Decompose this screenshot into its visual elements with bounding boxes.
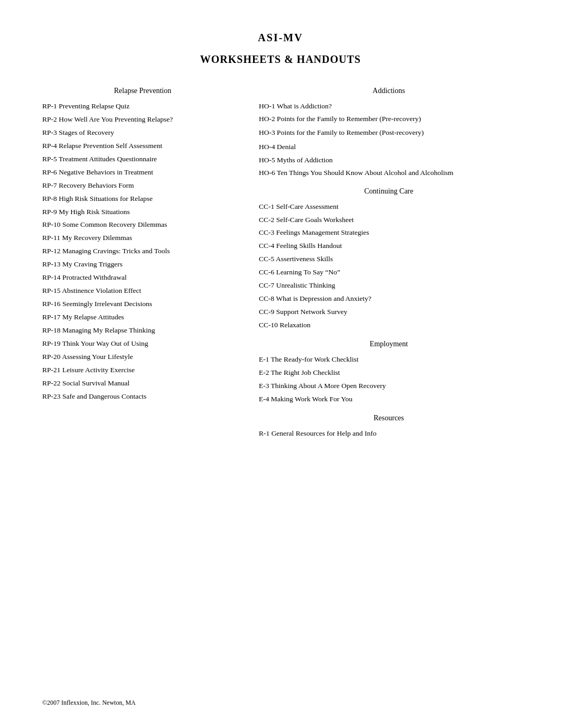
content-columns: Relapse Prevention RP-1 Preventing Relap… [42,87,519,444]
right-list-item: CC-8 What is Depression and Anxiety? [259,293,519,305]
right-list-item: HO-5 Myths of Addiction [259,154,519,167]
section-heading-1: Continuing Care [259,187,519,196]
list-item: RP-3 Stages of Recovery [42,127,243,139]
section-heading-2: Employment [259,340,519,348]
list-item: RP-2 How Well Are You Preventing Relapse… [42,114,243,126]
right-list-item: E-3 Thinking About A More Open Recovery [259,380,519,392]
right-list-item: HO-1 What is Addiction? [259,100,519,113]
right-list-item: CC-4 Feeling Skills Handout [259,240,519,252]
right-list-item: HO-6 Ten Things You Should Know About Al… [259,168,519,178]
right-list-item: HO-4 Denial [259,141,519,153]
list-item: RP-23 Safe and Dangerous Contacts [42,391,243,403]
list-item: RP-18 Managing My Relapse Thinking [42,325,243,337]
list-item: RP-20 Assessing Your Lifestyle [42,351,243,363]
footer: ©2007 Inflexxion, Inc. Newton, MA [42,699,136,707]
right-section-2: EmploymentE-1 The Ready-for Work Checkli… [259,340,519,406]
right-list-item: CC-1 Self-Care Assessment [259,201,519,213]
right-list-item: CC-3 Feelings Management Strategies [259,227,519,239]
list-item: RP-5 Treatment Attitudes Questionnaire [42,153,243,165]
right-list-item: CC-6 Learning To Say “No” [259,266,519,279]
section-heading-3: Resources [259,414,519,422]
right-list-item: CC-5 Assertiveness Skills [259,253,519,265]
list-item: RP-22 Social Survival Manual [42,377,243,390]
right-list-item: E-1 The Ready-for Work Checklist [259,354,519,366]
right-section-1: Continuing CareCC-1 Self-Care Assessment… [259,187,519,331]
right-sections: AddictionsHO-1 What is Addiction?HO-2 Po… [259,87,519,440]
right-list-item: E-2 The Right Job Checklist [259,367,519,379]
left-section-heading: Relapse Prevention [42,87,243,95]
right-section-0: AddictionsHO-1 What is Addiction?HO-2 Po… [259,87,519,179]
right-section-3: ResourcesR-1 General Resources for Help … [259,414,519,440]
list-item: RP-1 Preventing Relapse Quiz [42,100,243,113]
list-item: RP-14 Protracted Withdrawal [42,272,243,284]
list-item: RP-19 Think Your Way Out of Using [42,338,243,350]
list-item: RP-9 My High Risk Situations [42,206,243,218]
list-item: RP-11 My Recovery Dilemmas [42,232,243,244]
list-item: RP-7 Recovery Behaviors Form [42,180,243,192]
right-list-item: CC-10 Relaxation [259,319,519,331]
list-item: RP-12 Managing Cravings: Tricks and Tool… [42,245,243,257]
left-column: Relapse Prevention RP-1 Preventing Relap… [42,87,243,404]
list-item: RP-13 My Craving Triggers [42,259,243,271]
page: ASI-MV WORKSHEETS & HANDOUTS Relapse Pre… [0,0,561,728]
main-title: ASI-MV [42,32,519,44]
right-list-item: CC-9 Support Network Survey [259,306,519,318]
list-item: RP-10 Some Common Recovery Dilemmas [42,219,243,231]
right-list-item: HO-2 Points for the Family to Remember (… [259,114,519,124]
list-item: RP-17 My Relapse Attitudes [42,311,243,324]
list-item: RP-6 Negative Behaviors in Treatment [42,167,243,179]
right-list-item: CC-7 Unrealistic Thinking [259,280,519,292]
right-list-item: CC-2 Self-Care Goals Worksheet [259,214,519,226]
list-item: RP-8 High Risk Situations for Relapse [42,193,243,205]
right-column: AddictionsHO-1 What is Addiction?HO-2 Po… [259,87,519,444]
list-item: RP-16 Seemingly Irrelevant Decisions [42,298,243,310]
section-heading-0: Addictions [259,87,519,95]
list-item: RP-15 Abstinence Violation Effect [42,285,243,297]
right-list-item: R-1 General Resources for Help and Info [259,428,519,440]
list-item: RP-4 Relapse Prevention Self Assessment [42,140,243,152]
right-list-item: HO-3 Points for the Family to Remember (… [259,127,519,138]
sub-title: WORKSHEETS & HANDOUTS [42,53,519,66]
left-items-list: RP-1 Preventing Relapse QuizRP-2 How Wel… [42,100,243,403]
list-item: RP-21 Leisure Activity Exercise [42,364,243,376]
right-list-item: E-4 Making Work Work For You [259,393,519,406]
